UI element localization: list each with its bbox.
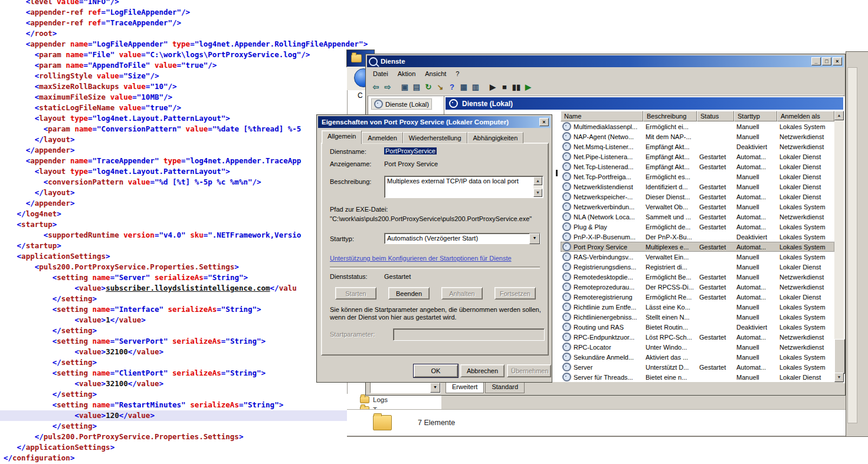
service-cell: Netzwerkdienst xyxy=(777,143,834,150)
service-gear-icon xyxy=(562,262,571,271)
service-row[interactable]: Port Proxy ServiceMultiplexes e...Gestar… xyxy=(561,242,834,252)
background-scrollbar-track[interactable] xyxy=(847,67,857,423)
service-cell: Gestartet xyxy=(697,364,734,371)
toolbar-stop-service-icon[interactable]: ■ xyxy=(499,81,510,93)
minimize-button[interactable]: _ xyxy=(811,57,821,65)
combo-dropdown-icon[interactable]: ▼ xyxy=(430,383,440,393)
column-header-4[interactable]: Anmelden als xyxy=(777,111,834,121)
scroll-down-icon[interactable]: ▼ xyxy=(834,373,844,382)
tab-wiederherstellung[interactable]: Wiederherstellung xyxy=(403,132,467,143)
service-row[interactable]: Netzwerkverbindun...Verwaltet Ob...Gesta… xyxy=(561,202,834,212)
service-row[interactable]: Net.Tcp-Portfreiga...Ermöglicht es...Man… xyxy=(561,172,834,182)
service-row[interactable]: Routing und RASBietet Routin...Deaktivie… xyxy=(561,322,834,332)
service-row[interactable]: RemoteregistrierungErmöglicht Re...Gesta… xyxy=(561,292,834,302)
menu-item-3[interactable]: ? xyxy=(451,70,464,78)
filter-combobox[interactable]: ▼ xyxy=(370,382,441,393)
beschreibung-field[interactable]: Multiplexes external TCP/IP data on loca… xyxy=(384,176,543,198)
service-cell: Lokales System xyxy=(777,254,834,261)
toolbar-extended-view-icon[interactable]: ▦ xyxy=(458,81,470,93)
service-row[interactable]: Net.Pipe-Listenera...Empfängt Akt...Gest… xyxy=(561,152,834,162)
services-titlebar[interactable]: Dienste _□× xyxy=(367,55,844,67)
description-scrollbar[interactable]: ▲ ▼ xyxy=(533,177,542,197)
toolbar-back-icon[interactable]: ⇦ xyxy=(370,81,382,93)
service-cell: Manuell xyxy=(734,344,777,351)
toolbar-restart-service-icon[interactable]: ▶ xyxy=(522,81,534,93)
menu-item-1[interactable]: Aktion xyxy=(393,70,421,78)
ok-button[interactable]: OK xyxy=(414,364,458,377)
service-name-cell: Netzwerkspeicher-... xyxy=(561,192,643,201)
tab-allgemein[interactable]: Allgemein xyxy=(322,130,362,144)
dienstname-value[interactable]: PortProxyService xyxy=(384,147,437,154)
service-cell: Ermöglicht es... xyxy=(643,173,697,180)
scroll-up-icon[interactable]: ▲ xyxy=(533,177,542,185)
service-cell: Lokaler Dienst xyxy=(777,173,834,180)
combo-dropdown-icon[interactable]: ▼ xyxy=(529,233,540,244)
service-row[interactable]: Netzwerkspeicher-...Dieser Dienst...Gest… xyxy=(561,192,834,202)
service-cell: Lokaler Dienst xyxy=(777,374,834,381)
service-cell: Manuell xyxy=(734,314,777,321)
service-row[interactable]: Net.Tcp-Listenerad...Empfängt Akt...Gest… xyxy=(561,162,834,172)
startoptions-help-link[interactable]: Unterstützung beim Konfigurieren der Sta… xyxy=(330,255,512,262)
service-name-cell: Server für Threads... xyxy=(561,373,643,381)
column-header-0[interactable]: Name xyxy=(561,111,643,121)
service-row[interactable]: Multimediaklassenpl...Ermöglicht ei...Ma… xyxy=(561,121,834,131)
column-header-3[interactable]: Starttyp xyxy=(734,111,777,121)
service-row[interactable]: RPC-Endpunktzuor...Löst RPC-Sch...Gestar… xyxy=(561,332,834,342)
service-row[interactable]: Registrierungsdiens...Registriert di...M… xyxy=(561,262,834,272)
startparameter-input[interactable] xyxy=(393,328,545,341)
tree-node-dienste-lokal[interactable]: Dienste (Lokal) xyxy=(371,98,432,110)
menu-item-2[interactable]: Ansicht xyxy=(420,70,451,78)
service-row[interactable]: NetzwerklistendienstIdentifiziert d...Ge… xyxy=(561,182,834,192)
toolbar-export-list-icon[interactable]: ↘ xyxy=(434,81,446,93)
service-row[interactable]: Sekundäre Anmeld...Aktiviert das ...Manu… xyxy=(561,352,834,362)
service-row[interactable]: Richtlinie zum Entfe...Lässt eine Ko...M… xyxy=(561,302,834,312)
column-header-2[interactable]: Status xyxy=(697,111,734,121)
toolbar-pause-service-icon[interactable]: ▮▮ xyxy=(510,81,522,93)
maximize-button[interactable]: □ xyxy=(822,57,831,65)
service-row[interactable]: RPC-LocatorUnter Windo...ManuellNetzwerk… xyxy=(561,342,834,352)
service-name: RPC-Endpunktzuor... xyxy=(574,334,634,341)
explorer-window-icon xyxy=(351,54,362,62)
starttyp-select[interactable]: Automatisch (Verzögerter Start) ▼ xyxy=(384,233,541,244)
service-row[interactable]: Remotedesktopdie...Ermöglicht Be...Gesta… xyxy=(561,272,834,282)
service-row[interactable]: NAP-Agent (Netwo...Mit dem NAP-...Manuel… xyxy=(561,131,834,141)
service-name: Plug & Play xyxy=(574,223,607,231)
dialog-titlebar[interactable]: Eigenschaften von Port Proxy Service (Lo… xyxy=(318,116,551,128)
scrollbar-thumb[interactable] xyxy=(834,339,845,374)
scroll-up-icon[interactable]: ▲ xyxy=(834,111,844,120)
toolbar-forward-icon[interactable]: ⇨ xyxy=(382,81,394,93)
toolbar-refresh-icon[interactable]: ↻ xyxy=(422,81,434,93)
service-row[interactable]: Richtlinienergebniss...Stellt einen N...… xyxy=(561,312,834,322)
close-button[interactable]: × xyxy=(833,57,842,65)
service-gear-icon xyxy=(562,242,571,251)
view-tab-erweitert[interactable]: Erweitert xyxy=(446,383,484,393)
service-cell: Ermöglicht Be... xyxy=(643,274,697,281)
beenden-button[interactable]: Beenden xyxy=(388,287,430,300)
service-row[interactable]: ServerUnterstützt D...GestartetAutomat..… xyxy=(561,362,834,372)
service-cell: Automat... xyxy=(734,213,777,221)
column-header-1[interactable]: Beschreibung xyxy=(643,111,697,121)
toolbar-show-console-tree-icon[interactable]: ▣ xyxy=(399,81,411,93)
service-row[interactable]: Net.Msmq-Listener...Empfängt Akt...Deakt… xyxy=(561,141,834,152)
scroll-down-icon[interactable]: ▼ xyxy=(533,189,542,197)
tab-anmelden[interactable]: Anmelden xyxy=(362,132,403,143)
service-row[interactable]: Plug & PlayErmöglicht de...GestartetAuto… xyxy=(561,222,834,232)
menu-item-0[interactable]: Datei xyxy=(368,70,393,78)
dialog-close-icon[interactable]: × xyxy=(539,118,549,126)
abbrechen-button[interactable]: Abbrechen xyxy=(460,364,505,377)
pfad-value: "C:\work\ais\puls200.PortProxyService\pu… xyxy=(330,215,532,222)
view-tab-standard[interactable]: Standard xyxy=(485,383,525,393)
toolbar-standard-view-icon[interactable]: ▥ xyxy=(470,81,482,93)
toolbar-properties-icon[interactable]: ▤ xyxy=(411,81,422,93)
service-row[interactable]: Server für Threads...Bietet eine n...Man… xyxy=(561,372,834,382)
toolbar-help-icon[interactable]: ? xyxy=(446,81,458,93)
services-scrollbar[interactable]: ▲ ▼ xyxy=(834,111,844,382)
service-row[interactable]: Remoteprozedurau...Der RPCSS-Di...Gestar… xyxy=(561,282,834,292)
service-row[interactable]: PnP-X-IP-Busenum...Der PnP-X-Bu...Deakti… xyxy=(561,232,834,242)
toolbar-start-service-icon[interactable]: ▶ xyxy=(487,81,499,93)
anzeigename-value[interactable]: Port Proxy Service xyxy=(384,160,438,167)
service-row[interactable]: NLA (Network Loca...Sammelt und ...Gesta… xyxy=(561,212,834,222)
tab-abhängigkeiten[interactable]: Abhängigkeiten xyxy=(467,132,524,143)
explorer-tree-item-logs[interactable]: Logs xyxy=(360,396,388,403)
service-row[interactable]: RAS-Verbindungsv...Verwaltet Ein...Manue… xyxy=(561,252,834,262)
